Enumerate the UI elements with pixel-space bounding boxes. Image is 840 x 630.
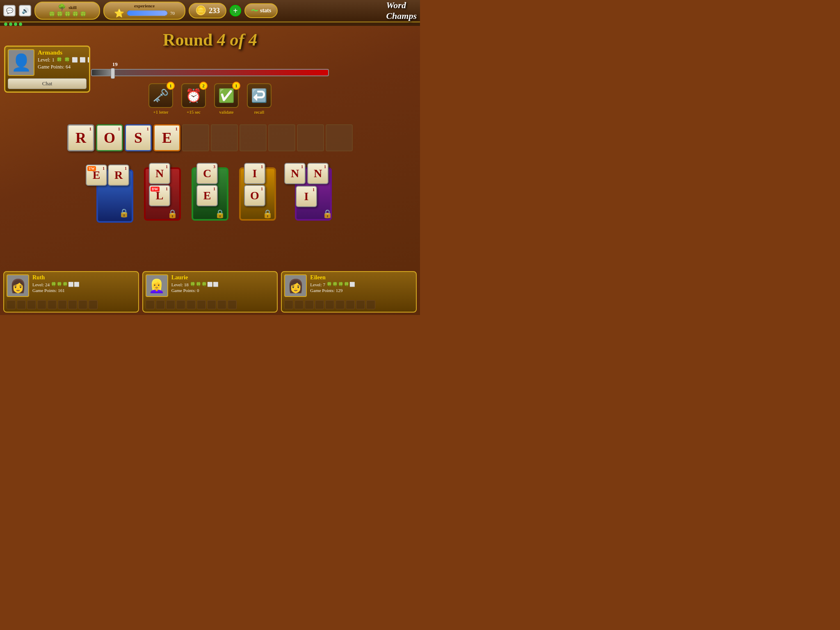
level-star-icon: ⭐ <box>114 8 124 18</box>
lock-icon-1: 🔒 <box>167 209 178 219</box>
powerup-letter-label: +1 letter <box>153 110 168 114</box>
card-group-2[interactable]: C3 E1 🔒 <box>187 161 228 223</box>
word-tile-0[interactable]: R1 <box>67 124 94 151</box>
lock-icon-2: 🔒 <box>215 209 225 219</box>
main-content: Round 4 of 4 👤 Armands Level: 1 🍀 🍀 ⬜ ⬜ … <box>0 26 420 315</box>
laurie-avatar: 👱‍♀️ <box>146 274 168 297</box>
card-tile-L[interactable]: L1 DW <box>149 185 170 206</box>
card-tile-I[interactable]: I1 <box>244 163 265 184</box>
experience-section: experience ⭐ 70 <box>103 2 185 20</box>
coin-count: 233 <box>209 7 220 15</box>
chat-bubble-button[interactable]: 💬 <box>3 5 16 16</box>
bottom-player-eileen: 👩 Eileen Level: 7 🍀🍀🍀🍀⬜ Game Points: 129 <box>281 271 417 313</box>
card-tile-N2[interactable]: N1 <box>284 163 306 184</box>
word-tile-6[interactable] <box>240 124 267 151</box>
card-group-3[interactable]: I1 O1 🔒 <box>235 161 276 223</box>
stats-wave-icon: 〜 <box>251 6 258 16</box>
eileen-name: Eileen <box>310 274 413 281</box>
laurie-tiles <box>146 300 275 309</box>
powerup-validate-badge: 1 <box>232 82 240 90</box>
powerup-validate[interactable]: ✅ 1 validate <box>214 83 239 114</box>
word-tile-8[interactable] <box>297 124 324 151</box>
chat-button[interactable]: Chat <box>8 78 87 89</box>
powerup-letter-icon-wrap[interactable]: 🗝️ 1 <box>148 83 173 108</box>
round-number: 4 of 4 <box>217 30 257 49</box>
powerup-validate-label: validate <box>219 110 234 114</box>
card-tile-C[interactable]: C3 <box>196 163 218 184</box>
exp-value: 70 <box>170 11 175 16</box>
card-group-0[interactable]: E1 TW R1 🔒 <box>84 161 133 223</box>
word-tile-5[interactable] <box>211 124 238 151</box>
bottom-player-laurie: 👱‍♀️ Laurie Level: 18 🍀🍀🍀⬜⬜ Game Points:… <box>142 271 278 313</box>
exp-bar-fill <box>127 11 167 16</box>
hand-area: E1 TW R1 🔒 N1 L1 DW 🔒 C3 <box>84 161 336 223</box>
card-tile-I2[interactable]: I1 <box>296 186 317 207</box>
card-group-4[interactable]: N1 N1 I1 🔒 <box>283 161 336 223</box>
dot-2 <box>9 23 12 26</box>
main-player-avatar: 👤 <box>8 49 34 76</box>
tree-icon: 🌳 <box>58 3 66 11</box>
card-tile-N[interactable]: N1 <box>149 163 170 184</box>
laurie-name: Laurie <box>171 274 275 281</box>
card-tile-E2[interactable]: E1 <box>196 185 218 206</box>
timer-marker: 19 <box>111 68 115 79</box>
lock-icon-3: 🔒 <box>262 209 273 219</box>
stats-label: stats <box>260 7 271 14</box>
sound-button[interactable]: 🔊 <box>19 5 31 16</box>
powerup-time-icon-wrap[interactable]: ⏰ 2 <box>181 83 206 108</box>
dot-3 <box>14 23 17 26</box>
eileen-tiles <box>284 300 413 309</box>
powerup-validate-icon-wrap[interactable]: ✅ 1 <box>214 83 239 108</box>
timer-section: 19 <box>91 69 329 76</box>
word-tile-7[interactable] <box>268 124 295 151</box>
ruth-tiles <box>7 300 136 309</box>
dot-1 <box>4 23 7 26</box>
powerup-letter-badge: 1 <box>167 82 175 90</box>
powerups-section: 🗝️ 1 +1 letter ⏰ 2 +15 sec ✅ 1 validate … <box>148 83 272 114</box>
word-tile-4[interactable] <box>182 124 209 151</box>
main-player-name: Armands <box>38 49 90 56</box>
bottom-player-ruth: 👩 Ruth Level: 24 🍀🍀🍀⬜⬜ Game Points: 161 <box>3 271 139 313</box>
skill-label: skill <box>68 5 77 10</box>
bottom-players: 👩 Ruth Level: 24 🍀🍀🍀⬜⬜ Game Points: 161 <box>0 269 420 315</box>
dot-4 <box>19 23 22 26</box>
lock-icon-0: 🔒 <box>119 208 129 218</box>
powerup-recall[interactable]: ↩️ recall <box>247 83 272 114</box>
word-tile-1[interactable]: O1 <box>96 124 123 151</box>
main-player-info: Armands Level: 1 🍀 🍀 ⬜ ⬜ ⬜ Game Points: … <box>38 49 90 70</box>
add-coins-button[interactable]: + <box>230 5 241 16</box>
coin-icon: 🪙 <box>195 5 206 16</box>
stats-section[interactable]: 〜 stats <box>244 3 278 18</box>
powerup-time-badge: 2 <box>199 82 208 90</box>
powerup-letter[interactable]: 🗝️ 1 +1 letter <box>148 83 173 114</box>
laurie-points: Game Points: 0 <box>171 288 275 293</box>
word-tile-9[interactable] <box>326 124 353 151</box>
card-tile-N3[interactable]: N1 <box>307 163 329 184</box>
exp-label: experience <box>134 3 155 8</box>
card-tile-R[interactable]: R1 <box>108 164 129 186</box>
word-area: R1 O1 S1 E1 <box>67 124 353 151</box>
card-group-1[interactable]: N1 L1 DW 🔒 <box>140 161 181 223</box>
timer-number: 19 <box>112 61 118 68</box>
timer-bar-fill <box>92 70 111 75</box>
eileen-avatar: 👩 <box>284 274 307 297</box>
ruth-avatar: 👩 <box>7 274 29 297</box>
card-tile-O[interactable]: O1 <box>244 185 265 206</box>
word-tile-2[interactable]: S1 <box>125 124 152 151</box>
eileen-points: Game Points: 129 <box>310 288 413 293</box>
main-player-card: 👤 Armands Level: 1 🍀 🍀 ⬜ ⬜ ⬜ Game Points… <box>4 46 90 93</box>
card-tile-E[interactable]: E1 TW <box>86 164 107 186</box>
ruth-points: Game Points: 161 <box>32 288 136 293</box>
powerup-recall-label: recall <box>254 110 264 114</box>
powerup-time-label: +15 sec <box>187 110 201 114</box>
word-tile-3[interactable]: E1 <box>153 124 180 151</box>
word-champs-logo: WordChamps <box>386 0 417 21</box>
ruth-name: Ruth <box>32 274 136 281</box>
coins-section: 🪙 233 <box>189 3 226 18</box>
skill-section: 🌳 skill 🍀 🍀 🍀 🍀 🍀 <box>34 2 100 20</box>
powerup-time[interactable]: ⏰ 2 +15 sec <box>181 83 206 114</box>
exp-bar <box>127 10 168 16</box>
dots-row <box>0 23 420 26</box>
powerup-recall-icon-wrap[interactable]: ↩️ <box>247 83 272 108</box>
lock-icon-4: 🔒 <box>322 209 333 219</box>
